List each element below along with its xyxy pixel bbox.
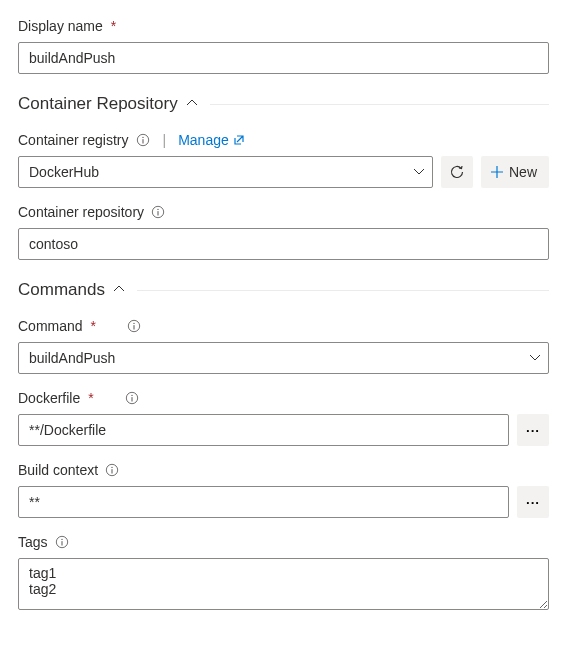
separator: | — [163, 132, 167, 148]
container-registry-value: DockerHub — [29, 164, 99, 180]
section-divider — [210, 104, 549, 105]
dockerfile-label-row: Dockerfile * — [18, 390, 549, 406]
chevron-up-icon — [186, 96, 198, 112]
ellipsis-icon: ··· — [526, 495, 540, 510]
build-context-field: Build context ··· — [18, 462, 549, 518]
container-repository-label-row: Container repository — [18, 204, 549, 220]
commands-section-header[interactable]: Commands — [18, 280, 549, 300]
required-indicator: * — [91, 318, 96, 334]
tags-label-row: Tags — [18, 534, 549, 550]
svg-rect-14 — [112, 469, 113, 473]
refresh-button[interactable] — [441, 156, 473, 188]
svg-rect-5 — [158, 211, 159, 215]
container-registry-row: DockerHub New — [18, 156, 549, 188]
container-repository-section-header[interactable]: Container Repository — [18, 94, 549, 114]
container-repository-label: Container repository — [18, 204, 144, 220]
svg-point-1 — [142, 137, 143, 138]
manage-link-text: Manage — [178, 132, 229, 148]
display-name-label-row: Display name * — [18, 18, 549, 34]
commands-section-title: Commands — [18, 280, 105, 300]
external-link-icon — [233, 134, 245, 146]
required-indicator: * — [111, 18, 116, 34]
build-context-input[interactable] — [18, 486, 509, 518]
container-registry-field: Container registry | Manage DockerHub Ne… — [18, 132, 549, 188]
svg-rect-17 — [61, 541, 62, 545]
dockerfile-label: Dockerfile — [18, 390, 80, 406]
manage-link[interactable]: Manage — [178, 132, 245, 148]
dockerfile-field: Dockerfile * ··· — [18, 390, 549, 446]
info-icon[interactable] — [54, 534, 70, 550]
dockerfile-input[interactable] — [18, 414, 509, 446]
container-registry-select-wrapper: DockerHub — [18, 156, 433, 188]
container-repository-field: Container repository — [18, 204, 549, 260]
svg-rect-8 — [134, 325, 135, 329]
build-context-row: ··· — [18, 486, 549, 518]
display-name-field: Display name * — [18, 18, 549, 74]
new-button-label: New — [509, 164, 537, 180]
svg-point-4 — [157, 209, 158, 210]
refresh-icon — [449, 164, 465, 180]
container-repository-input[interactable] — [18, 228, 549, 260]
command-select[interactable]: buildAndPush — [18, 342, 549, 374]
command-value: buildAndPush — [29, 350, 115, 366]
info-icon[interactable] — [150, 204, 166, 220]
info-icon[interactable] — [135, 132, 151, 148]
build-context-label-row: Build context — [18, 462, 549, 478]
build-context-browse-button[interactable]: ··· — [517, 486, 549, 518]
display-name-label: Display name — [18, 18, 103, 34]
info-icon[interactable] — [104, 462, 120, 478]
tags-label: Tags — [18, 534, 48, 550]
container-registry-select[interactable]: DockerHub — [18, 156, 433, 188]
plus-icon — [489, 164, 505, 180]
command-label-row: Command * — [18, 318, 549, 334]
dockerfile-row: ··· — [18, 414, 549, 446]
new-button[interactable]: New — [481, 156, 549, 188]
dockerfile-browse-button[interactable]: ··· — [517, 414, 549, 446]
svg-point-16 — [61, 539, 62, 540]
svg-point-10 — [131, 395, 132, 396]
ellipsis-icon: ··· — [526, 423, 540, 438]
info-icon[interactable] — [126, 318, 142, 334]
chevron-up-icon — [113, 282, 125, 298]
display-name-input[interactable] — [18, 42, 549, 74]
tags-field: Tags — [18, 534, 549, 613]
command-select-wrapper: buildAndPush — [18, 342, 549, 374]
required-indicator: * — [88, 390, 93, 406]
container-registry-label-row: Container registry | Manage — [18, 132, 549, 148]
svg-point-7 — [133, 323, 134, 324]
svg-point-13 — [111, 467, 112, 468]
info-icon[interactable] — [124, 390, 140, 406]
build-context-label: Build context — [18, 462, 98, 478]
container-repository-section-title: Container Repository — [18, 94, 178, 114]
svg-rect-2 — [142, 139, 143, 143]
command-label: Command — [18, 318, 83, 334]
section-divider — [137, 290, 549, 291]
tags-textarea[interactable] — [18, 558, 549, 610]
container-registry-label: Container registry — [18, 132, 129, 148]
svg-rect-11 — [131, 397, 132, 401]
command-field: Command * buildAndPush — [18, 318, 549, 374]
